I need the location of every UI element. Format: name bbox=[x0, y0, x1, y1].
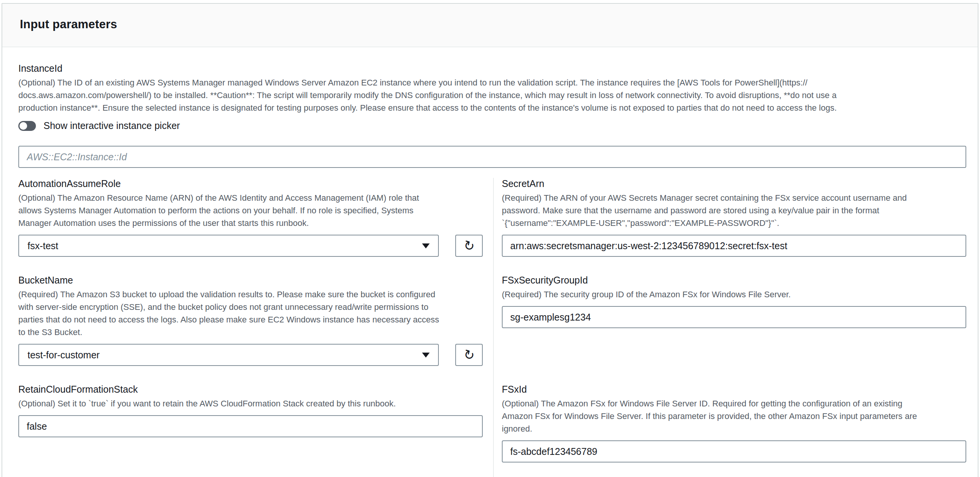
instance-picker-toggle[interactable] bbox=[18, 121, 36, 131]
param-label-bucketname: BucketName bbox=[18, 274, 483, 286]
chevron-down-icon bbox=[422, 243, 430, 248]
param-description-fsxsecuritygroupid: (Required) The security group ID of the … bbox=[502, 288, 966, 301]
panel-title: Input parameters bbox=[20, 18, 960, 31]
bucketname-dropdown[interactable]: test-for-customer bbox=[18, 344, 439, 366]
fsxid-input[interactable] bbox=[502, 440, 966, 462]
bucketname-refresh-button[interactable]: ↻ bbox=[455, 344, 483, 366]
param-section-fsxid: FSxId (Optional) The Amazon FSx for Wind… bbox=[493, 384, 966, 477]
instance-picker-toggle-row: Show interactive instance picker bbox=[18, 120, 966, 131]
param-label-secretarn: SecretArn bbox=[502, 178, 966, 189]
param-section-retaincloudformationstack: RetainCloudFormationStack (Optional) Set… bbox=[18, 384, 493, 477]
instance-picker-toggle-label: Show interactive instance picker bbox=[44, 120, 180, 131]
param-label-instanceid: InstanceId bbox=[18, 63, 966, 74]
param-description-secretarn: (Required) The ARN of your AWS Secrets M… bbox=[502, 192, 966, 229]
parameter-grid: AutomationAssumeRole (Optional) The Amaz… bbox=[18, 178, 966, 477]
param-label-fsxid: FSxId bbox=[502, 384, 966, 395]
param-section-bucketname: BucketName (Required) The Amazon S3 buck… bbox=[18, 274, 493, 384]
refresh-icon: ↻ bbox=[462, 238, 476, 253]
input-parameters-panel: Input parameters InstanceId (Optional) T… bbox=[2, 3, 978, 477]
instanceid-input[interactable] bbox=[18, 146, 966, 168]
param-section-secretarn: SecretArn (Required) The ARN of your AWS… bbox=[493, 178, 966, 274]
param-description-fsxid: (Optional) The Amazon FSx for Windows Fi… bbox=[502, 397, 966, 435]
automationassumerole-control-row: fsx-test ↻ bbox=[18, 235, 483, 257]
automationassumerole-dropdown[interactable]: fsx-test bbox=[18, 235, 439, 257]
param-label-automationassumerole: AutomationAssumeRole bbox=[18, 178, 483, 189]
bucketname-selected-value: test-for-customer bbox=[27, 350, 100, 361]
secretarn-input[interactable] bbox=[502, 235, 966, 257]
refresh-icon: ↻ bbox=[462, 347, 476, 363]
bucketname-control-row: test-for-customer ↻ bbox=[18, 344, 483, 366]
param-description-bucketname: (Required) The Amazon S3 bucket to uploa… bbox=[18, 288, 483, 338]
retaincloudformationstack-input[interactable] bbox=[18, 415, 483, 437]
param-section-fsxsecuritygroupid: FSxSecurityGroupId (Required) The securi… bbox=[493, 274, 966, 384]
panel-body: InstanceId (Optional) The ID of an exist… bbox=[2, 47, 978, 477]
param-label-fsxsecuritygroupid: FSxSecurityGroupId bbox=[502, 274, 966, 286]
param-section-automationassumerole: AutomationAssumeRole (Optional) The Amaz… bbox=[18, 178, 493, 274]
toggle-knob-icon bbox=[19, 122, 27, 130]
panel-header: Input parameters bbox=[2, 4, 978, 47]
param-description-instanceid: (Optional) The ID of an existing AWS Sys… bbox=[18, 76, 966, 114]
param-label-retaincloudformationstack: RetainCloudFormationStack bbox=[18, 384, 483, 395]
fsxsecuritygroupid-input[interactable] bbox=[502, 306, 966, 328]
param-section-instanceid: InstanceId (Optional) The ID of an exist… bbox=[18, 63, 966, 168]
automationassumerole-selected-value: fsx-test bbox=[27, 240, 58, 251]
chevron-down-icon bbox=[422, 353, 430, 358]
param-description-retaincloudformationstack: (Optional) Set it to `true` if you want … bbox=[18, 397, 483, 410]
param-description-automationassumerole: (Optional) The Amazon Resource Name (ARN… bbox=[18, 192, 483, 229]
automationassumerole-refresh-button[interactable]: ↻ bbox=[455, 235, 483, 257]
